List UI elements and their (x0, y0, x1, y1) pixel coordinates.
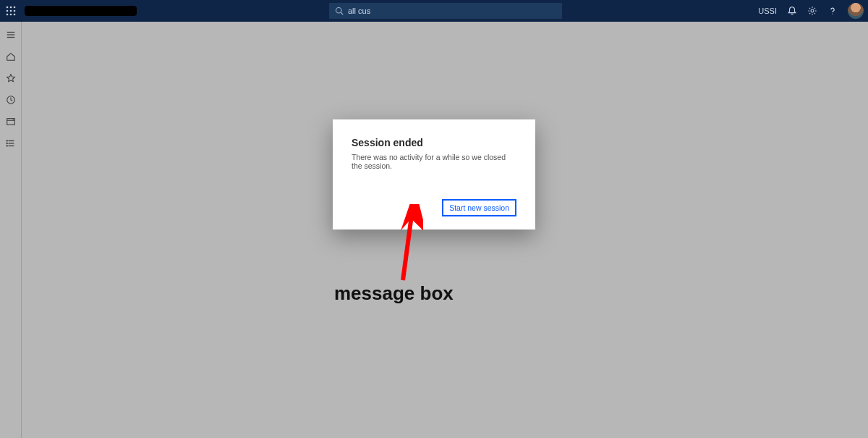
svg-point-12 (832, 13, 833, 14)
list-icon[interactable] (5, 138, 17, 149)
svg-point-23 (7, 140, 7, 141)
search-input[interactable] (348, 7, 556, 15)
svg-point-8 (14, 14, 16, 16)
global-search[interactable] (329, 3, 562, 19)
svg-point-6 (7, 14, 9, 16)
svg-point-3 (7, 10, 9, 12)
svg-point-11 (811, 9, 814, 12)
svg-point-24 (7, 143, 7, 143)
svg-point-1 (10, 7, 12, 9)
svg-point-7 (10, 14, 12, 16)
top-right-controls: USSI (758, 0, 864, 22)
svg-point-5 (14, 10, 16, 12)
recent-clock-icon[interactable] (5, 94, 17, 106)
annotation-label: message box (334, 282, 454, 305)
settings-gear-icon[interactable] (807, 6, 817, 16)
svg-point-25 (7, 146, 7, 146)
svg-line-10 (341, 12, 343, 14)
company-code-label[interactable]: USSI (758, 7, 777, 15)
svg-point-9 (336, 8, 342, 14)
notifications-icon[interactable] (787, 6, 797, 16)
favorites-star-icon[interactable] (5, 72, 17, 84)
start-new-session-button[interactable]: Start new session (442, 199, 516, 216)
svg-point-2 (14, 7, 16, 9)
search-icon (335, 7, 344, 15)
workspaces-icon[interactable] (5, 116, 17, 127)
dialog-message: There was no activity for a while so we … (352, 153, 516, 170)
session-ended-dialog: Session ended There was no activity for … (333, 119, 535, 229)
dialog-title: Session ended (352, 137, 516, 148)
hamburger-menu-icon[interactable] (5, 29, 17, 41)
brand-redacted (25, 6, 137, 16)
dialog-actions: Start new session (352, 199, 516, 216)
home-icon[interactable] (5, 51, 17, 62)
help-icon[interactable] (827, 6, 838, 16)
svg-point-0 (7, 7, 9, 9)
user-avatar[interactable] (848, 3, 864, 19)
top-nav-bar: USSI (0, 0, 868, 22)
left-nav-rail (0, 22, 22, 438)
app-launcher-icon[interactable] (0, 0, 22, 22)
svg-point-4 (10, 10, 12, 12)
